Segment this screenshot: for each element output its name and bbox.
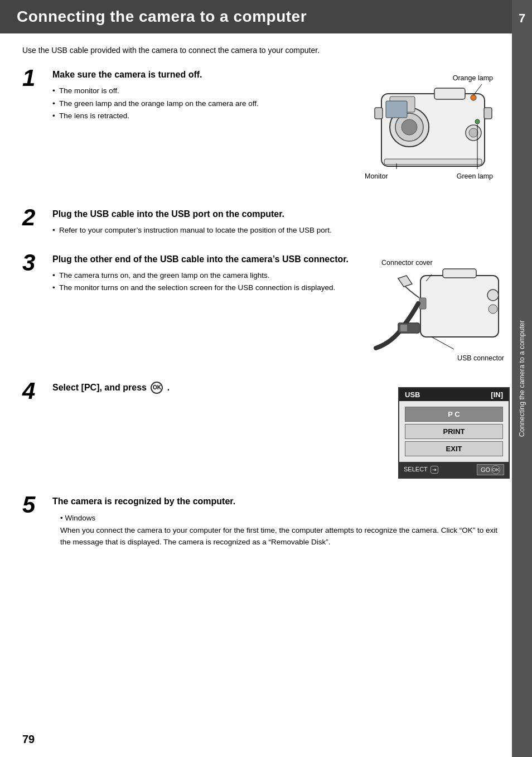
usb-menu-print[interactable]: PRINT: [405, 424, 503, 439]
svg-rect-10: [386, 101, 407, 118]
svg-rect-17: [420, 276, 499, 337]
svg-point-7: [475, 119, 480, 124]
page-container: Connecting the camera to a computer Use …: [0, 0, 532, 757]
usb-menu-exit[interactable]: EXIT: [405, 441, 503, 456]
step-3-left: 3 Plug the other end of the USB cable in…: [22, 253, 365, 295]
step-1-diagram: Orange lamp: [354, 69, 510, 191]
step-3-diagram: Connector cover: [365, 253, 510, 365]
svg-point-3: [402, 119, 417, 135]
camera-diagram-3: Connector cover: [365, 253, 510, 365]
step-5-title: The camera is recognized by the computer…: [52, 495, 510, 508]
svg-point-20: [487, 290, 499, 301]
step-5-number: 5: [22, 493, 45, 517]
step-5-body: • Windows When you connect the camera to…: [52, 512, 510, 548]
svg-rect-5: [434, 88, 465, 99]
svg-rect-13: [484, 108, 492, 119]
list-item: The lens is retracted.: [52, 110, 354, 122]
page-title: Connecting the camera to a computer: [17, 8, 515, 26]
svg-rect-23: [400, 325, 407, 331]
step-3-title: Plug the other end of the USB cable into…: [52, 253, 365, 266]
usb-label: USB: [405, 390, 420, 399]
step-1-title: Make sure the camera is turned off.: [52, 69, 354, 81]
step-3-content: Plug the other end of the USB cable into…: [52, 253, 365, 295]
step-5-inner: 5 The camera is recognized by the comput…: [22, 495, 510, 548]
step-1: 1 Make sure the camera is turned off. Th…: [22, 69, 510, 191]
usb-menu-pc[interactable]: P C: [405, 407, 503, 422]
camera-diagram-1: Orange lamp: [354, 69, 510, 191]
svg-rect-18: [443, 269, 476, 278]
list-item: Refer to your computer’s instruction man…: [52, 225, 510, 236]
ok-icon-inline: OK: [151, 382, 163, 394]
step-5-windows-header: • Windows: [54, 512, 510, 524]
svg-rect-11: [384, 159, 482, 165]
step-2-bullets: Refer to your computer’s instruction man…: [52, 225, 510, 236]
list-item: The camera turns on, and the green lamp …: [52, 270, 365, 281]
list-item: The monitor turns on and the selection s…: [52, 282, 365, 293]
step-2-content: Plug the USB cable into the USB port on …: [52, 208, 510, 238]
sidebar-chapter-number: 7: [519, 11, 525, 26]
page-number: 79: [22, 733, 35, 746]
usb-screen: USB [IN] P C PRINT EXIT SELECT ⇥ GO OK: [398, 387, 510, 479]
monitor-label: Monitor: [365, 172, 388, 180]
page-header: Connecting the camera to a computer: [0, 0, 532, 33]
step-1-left: 1 Make sure the camera is turned off. Th…: [22, 69, 354, 123]
step-3-number: 3: [22, 251, 45, 274]
svg-point-9: [469, 128, 478, 137]
usb-screen-body: P C PRINT EXIT: [399, 401, 509, 462]
step-3-bullets: The camera turns on, and the green lamp …: [52, 270, 365, 294]
sidebar-chapter-label: Connecting the camera to a computer: [518, 320, 526, 437]
step-5-windows-text: When you connect the camera to your comp…: [60, 524, 510, 548]
usb-connector-label: USB connector: [457, 354, 504, 362]
svg-line-25: [432, 337, 454, 349]
step-2-title: Plug the USB cable into the USB port on …: [52, 208, 510, 220]
connector-cover-label: Connector cover: [381, 259, 433, 267]
step-2-inner: 2 Plug the USB cable into the USB port o…: [22, 208, 510, 238]
go-ok-button[interactable]: GO OK: [477, 464, 504, 475]
sidebar: 7 Connecting the camera to a computer: [512, 0, 532, 757]
step-4: 4 Select [PC], and press OK . USB [IN] P…: [22, 382, 510, 479]
camera-svg-3: [365, 253, 510, 365]
usb-in-label: [IN]: [491, 390, 503, 399]
green-lamp-label: Green lamp: [457, 172, 493, 180]
svg-point-21: [489, 305, 497, 314]
select-icon: ⇥: [431, 466, 438, 474]
step-4-content: Select [PC], and press OK .: [52, 382, 393, 399]
step-1-content: Make sure the camera is turned off. The …: [52, 69, 354, 123]
step-5: 5 The camera is recognized by the comput…: [22, 495, 510, 548]
step-3: 3 Plug the other end of the USB cable in…: [22, 253, 510, 365]
step-1-number: 1: [22, 66, 45, 90]
usb-screen-header: USB [IN]: [399, 388, 509, 401]
step-4-number: 4: [22, 379, 45, 403]
svg-point-6: [471, 95, 476, 100]
list-item: The monitor is off.: [52, 85, 354, 97]
orange-lamp-label: Orange lamp: [453, 74, 493, 82]
step-5-content: The camera is recognized by the computer…: [52, 495, 510, 548]
step-4-title: Select [PC], and press OK .: [52, 382, 393, 394]
svg-rect-12: [375, 108, 383, 119]
main-content: Use the USB cable provided with the came…: [0, 45, 532, 548]
step-1-bullets: The monitor is off. The green lamp and t…: [52, 85, 354, 122]
list-item: The green lamp and the orange lamp on th…: [52, 98, 354, 109]
ok-circle: OK: [491, 465, 500, 474]
step-2-number: 2: [22, 206, 45, 229]
usb-screen-footer: SELECT ⇥ GO OK: [399, 462, 509, 478]
step-2: 2 Plug the USB cable into the USB port o…: [22, 208, 510, 238]
intro-text: Use the USB cable provided with the came…: [22, 45, 510, 56]
step-4-left: 4 Select [PC], and press OK .: [22, 382, 393, 403]
select-label: SELECT ⇥: [404, 466, 438, 474]
